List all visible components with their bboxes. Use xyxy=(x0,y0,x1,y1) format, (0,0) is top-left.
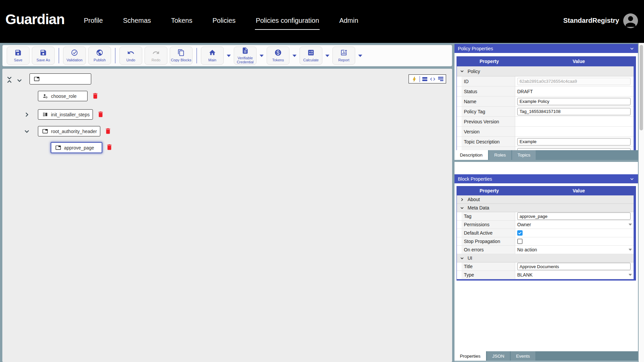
group-row-about[interactable]: About xyxy=(457,195,636,204)
collapse-panel-chevron-icon[interactable] xyxy=(629,46,635,51)
delete-approve-page-icon[interactable] xyxy=(106,143,113,151)
nav-item-policies-configuration[interactable]: Policies configuration xyxy=(255,13,320,30)
dropdown-caret-icon xyxy=(629,249,632,251)
block-properties-header[interactable]: Block Properties xyxy=(454,174,638,183)
main-blocks-button[interactable]: Main xyxy=(201,47,224,65)
table-header-row: Property Value xyxy=(457,186,636,195)
publish-button[interactable]: Publish xyxy=(88,47,111,65)
title-field[interactable] xyxy=(517,263,631,270)
group-row-policy[interactable]: Policy xyxy=(457,66,636,76)
calculate-dropdown-caret-icon[interactable] xyxy=(325,55,329,57)
save-as-button[interactable]: Save As xyxy=(32,47,55,65)
tokens-label: Tokens xyxy=(272,58,284,62)
row-label: Stop Propagation xyxy=(462,237,515,245)
tab-topics[interactable]: Topics xyxy=(512,150,536,160)
tab-properties[interactable]: Properties xyxy=(454,351,486,361)
table-scrollbar[interactable] xyxy=(634,66,636,150)
save-button[interactable]: Save xyxy=(7,47,30,65)
row-label: Previous Version xyxy=(462,117,515,126)
json-code-view-icon[interactable] xyxy=(430,76,436,82)
copy-blocks-button[interactable]: Copy Blocks xyxy=(170,47,193,65)
tab-events[interactable]: Events xyxy=(511,351,535,361)
tree-node-choose-role[interactable]: choose_role xyxy=(38,91,88,101)
tab-roles[interactable]: Roles xyxy=(489,150,512,160)
events-bolt-icon[interactable] xyxy=(411,76,417,82)
collapse-panel-chevron-icon[interactable] xyxy=(629,176,635,182)
blocks-view-icon[interactable] xyxy=(422,77,427,81)
delete-init-installer-steps-icon[interactable] xyxy=(97,111,104,118)
column-property: Property xyxy=(457,56,522,66)
validation-label: Validation xyxy=(66,58,83,62)
table-row-on-errors: On errors No action xyxy=(457,246,636,254)
tab-json[interactable]: JSON xyxy=(487,351,510,361)
type-select[interactable]: BLANK xyxy=(515,271,636,279)
undo-icon xyxy=(127,49,135,58)
on-errors-select[interactable]: No action xyxy=(515,246,636,254)
table-row-clipped xyxy=(457,147,636,150)
group-row-meta-data[interactable]: Meta Data xyxy=(457,204,636,212)
report-label: Report xyxy=(338,58,349,62)
tokens-blocks-button[interactable]: Tokens xyxy=(267,47,289,65)
calculate-button[interactable]: Calculate xyxy=(300,47,322,65)
tree-node-label: init_installer_steps xyxy=(51,112,90,117)
table-scrollbar[interactable] xyxy=(634,195,636,279)
expand-tree-icon[interactable] xyxy=(16,77,23,84)
tag-field[interactable] xyxy=(517,213,631,220)
delete-root-authority-header-icon[interactable] xyxy=(104,127,112,135)
page-scrollbar[interactable] xyxy=(639,43,644,362)
verifiable-credential-button[interactable]: Verifiable Credential xyxy=(234,47,257,65)
row-label: Name xyxy=(462,97,515,106)
nav-item-admin[interactable]: Admin xyxy=(338,13,359,30)
policy-tag-field[interactable] xyxy=(517,108,631,115)
policy-properties-header[interactable]: Policy Properties xyxy=(454,44,638,53)
table-row-policy-tag: Policy Tag xyxy=(457,107,636,117)
validation-button[interactable]: Validation xyxy=(63,47,86,65)
table-row-tag: Tag xyxy=(457,212,636,221)
tree-node-root-authority-header[interactable]: root_authority_header xyxy=(38,126,100,136)
redo-button[interactable]: Redo xyxy=(145,47,167,65)
expander-right-icon[interactable] xyxy=(23,111,31,118)
nav-item-schemas[interactable]: Schemas xyxy=(122,13,152,30)
report-button[interactable]: Report xyxy=(332,47,355,65)
bottom-strip xyxy=(454,361,638,362)
collapse-all-icon[interactable] xyxy=(6,76,13,83)
row-label: Tag xyxy=(462,212,515,220)
verifiable-credential-dropdown-caret-icon[interactable] xyxy=(260,55,264,57)
nav-item-tokens[interactable]: Tokens xyxy=(170,13,193,30)
name-field[interactable] xyxy=(517,98,631,105)
expander-down-icon[interactable] xyxy=(23,128,31,135)
stop-propagation-checkbox[interactable] xyxy=(517,239,523,244)
tree-node-label: approve_page xyxy=(64,145,94,150)
undo-button[interactable]: Undo xyxy=(119,47,142,65)
page-scrollbar-thumb[interactable] xyxy=(640,45,643,130)
tab-description[interactable]: Description xyxy=(454,150,488,160)
tree-node-approve-page[interactable]: approve_page xyxy=(51,142,102,153)
main-dropdown-caret-icon[interactable] xyxy=(227,55,231,57)
vertical-split-icon xyxy=(42,112,48,117)
permissions-select[interactable]: Owner xyxy=(515,221,636,229)
row-label: Type xyxy=(462,271,515,279)
undo-label: Undo xyxy=(126,58,135,62)
table-header-row: Property Value xyxy=(457,56,636,66)
tokens-dropdown-caret-icon[interactable] xyxy=(292,55,297,57)
table-row-permissions: Permissions Owner xyxy=(457,221,636,229)
save-as-label: Save As xyxy=(37,58,50,62)
default-active-checkbox[interactable] xyxy=(517,230,523,236)
table-row-topic-description: Topic Description xyxy=(457,137,636,147)
tree-node-root-container[interactable] xyxy=(30,73,91,84)
tab-icon xyxy=(55,145,61,150)
group-row-ui[interactable]: UI xyxy=(457,254,636,262)
user-avatar-icon[interactable] xyxy=(623,13,638,28)
topic-description-field[interactable] xyxy=(517,138,631,145)
home-icon xyxy=(209,49,216,58)
chevron-right-icon xyxy=(460,197,465,202)
version-value xyxy=(515,127,636,136)
report-dropdown-caret-icon[interactable] xyxy=(358,55,362,57)
document-icon xyxy=(241,47,249,56)
nav-item-policies[interactable]: Policies xyxy=(212,13,236,30)
delete-choose-role-icon[interactable] xyxy=(92,92,99,100)
tree-view-icon[interactable] xyxy=(438,77,443,81)
tree-node-init-installer-steps[interactable]: init_installer_steps xyxy=(38,109,93,120)
policy-properties-table: Property Value Policy ID Status DRAFT Na… xyxy=(457,56,636,150)
nav-item-profile[interactable]: Profile xyxy=(83,13,104,30)
